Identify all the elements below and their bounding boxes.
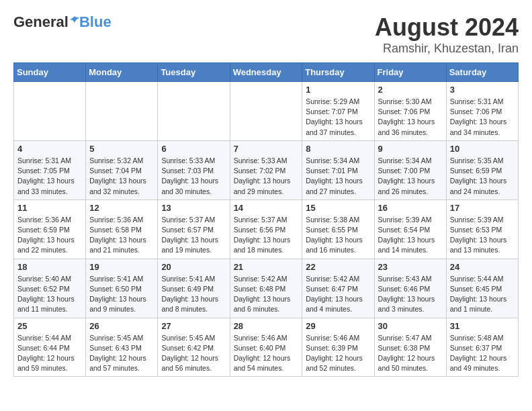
- day-number: 4: [17, 144, 82, 154]
- calendar-cell: 28Sunrise: 5:46 AM Sunset: 6:40 PM Dayli…: [230, 318, 302, 377]
- day-number: 19: [89, 262, 154, 272]
- day-info: Sunrise: 5:37 AM Sunset: 6:56 PM Dayligh…: [234, 215, 299, 256]
- day-number: 1: [306, 85, 370, 95]
- calendar-week-row: 11Sunrise: 5:36 AM Sunset: 6:59 PM Dayli…: [14, 199, 519, 259]
- day-info: Sunrise: 5:30 AM Sunset: 7:06 PM Dayligh…: [378, 97, 443, 138]
- day-info: Sunrise: 5:38 AM Sunset: 6:55 PM Dayligh…: [306, 215, 370, 256]
- day-info: Sunrise: 5:36 AM Sunset: 6:59 PM Dayligh…: [17, 215, 82, 256]
- day-number: 20: [161, 262, 226, 272]
- calendar-cell: 11Sunrise: 5:36 AM Sunset: 6:59 PM Dayli…: [14, 199, 86, 259]
- day-number: 29: [306, 321, 370, 331]
- month-title: August 2024: [375, 13, 519, 42]
- calendar-cell: 17Sunrise: 5:39 AM Sunset: 6:53 PM Dayli…: [446, 199, 518, 259]
- logo-blue-text: Blue: [79, 13, 112, 31]
- calendar-cell: 1Sunrise: 5:29 AM Sunset: 7:07 PM Daylig…: [302, 82, 374, 141]
- day-number: 30: [378, 321, 443, 331]
- calendar-cell: 27Sunrise: 5:45 AM Sunset: 6:42 PM Dayli…: [158, 318, 230, 377]
- calendar-cell: 5Sunrise: 5:32 AM Sunset: 7:04 PM Daylig…: [86, 140, 158, 199]
- day-info: Sunrise: 5:34 AM Sunset: 7:00 PM Dayligh…: [378, 156, 443, 197]
- day-number: 10: [450, 144, 515, 154]
- day-number: 2: [378, 85, 443, 95]
- day-info: Sunrise: 5:42 AM Sunset: 6:47 PM Dayligh…: [306, 274, 370, 315]
- day-number: 22: [306, 262, 370, 272]
- calendar-cell: 19Sunrise: 5:41 AM Sunset: 6:50 PM Dayli…: [86, 259, 158, 318]
- calendar-week-row: 18Sunrise: 5:40 AM Sunset: 6:52 PM Dayli…: [14, 259, 519, 318]
- day-info: Sunrise: 5:48 AM Sunset: 6:37 PM Dayligh…: [450, 333, 515, 374]
- day-info: Sunrise: 5:42 AM Sunset: 6:48 PM Dayligh…: [234, 274, 299, 315]
- calendar-cell: 18Sunrise: 5:40 AM Sunset: 6:52 PM Dayli…: [14, 259, 86, 318]
- calendar-cell: 25Sunrise: 5:44 AM Sunset: 6:44 PM Dayli…: [14, 318, 86, 377]
- calendar-cell: 6Sunrise: 5:33 AM Sunset: 7:03 PM Daylig…: [158, 140, 230, 199]
- day-number: 21: [234, 262, 299, 272]
- calendar-cell: 10Sunrise: 5:35 AM Sunset: 6:59 PM Dayli…: [446, 140, 518, 199]
- day-info: Sunrise: 5:41 AM Sunset: 6:49 PM Dayligh…: [161, 274, 226, 315]
- weekday-header-monday: Monday: [86, 63, 158, 82]
- day-number: 5: [89, 144, 154, 154]
- weekday-header-saturday: Saturday: [446, 63, 518, 82]
- calendar-cell: 2Sunrise: 5:30 AM Sunset: 7:06 PM Daylig…: [374, 82, 446, 141]
- day-info: Sunrise: 5:39 AM Sunset: 6:54 PM Dayligh…: [378, 215, 443, 256]
- calendar-cell: 16Sunrise: 5:39 AM Sunset: 6:54 PM Dayli…: [374, 199, 446, 259]
- weekday-header-sunday: Sunday: [14, 63, 86, 82]
- weekday-header-tuesday: Tuesday: [158, 63, 230, 82]
- calendar-cell: [230, 82, 302, 141]
- day-info: Sunrise: 5:34 AM Sunset: 7:01 PM Dayligh…: [306, 156, 370, 197]
- day-info: Sunrise: 5:46 AM Sunset: 6:40 PM Dayligh…: [234, 333, 299, 374]
- day-number: 9: [378, 144, 443, 154]
- day-info: Sunrise: 5:31 AM Sunset: 7:05 PM Dayligh…: [17, 156, 82, 197]
- logo: General Blue: [13, 13, 112, 31]
- day-info: Sunrise: 5:29 AM Sunset: 7:07 PM Dayligh…: [306, 97, 370, 138]
- logo-general-text: General: [13, 13, 69, 31]
- calendar-cell: 7Sunrise: 5:33 AM Sunset: 7:02 PM Daylig…: [230, 140, 302, 199]
- calendar-cell: 23Sunrise: 5:43 AM Sunset: 6:46 PM Dayli…: [374, 259, 446, 318]
- calendar-cell: 20Sunrise: 5:41 AM Sunset: 6:49 PM Dayli…: [158, 259, 230, 318]
- day-info: Sunrise: 5:32 AM Sunset: 7:04 PM Dayligh…: [89, 156, 154, 197]
- weekday-header-thursday: Thursday: [302, 63, 374, 82]
- day-number: 7: [234, 144, 299, 154]
- day-number: 23: [378, 262, 443, 272]
- day-number: 26: [89, 321, 154, 331]
- day-number: 28: [234, 321, 299, 331]
- day-number: 31: [450, 321, 515, 331]
- calendar-week-row: 4Sunrise: 5:31 AM Sunset: 7:05 PM Daylig…: [14, 140, 519, 199]
- calendar-cell: [86, 82, 158, 141]
- calendar-week-row: 1Sunrise: 5:29 AM Sunset: 7:07 PM Daylig…: [14, 82, 519, 141]
- day-info: Sunrise: 5:46 AM Sunset: 6:39 PM Dayligh…: [306, 333, 370, 374]
- calendar-cell: 26Sunrise: 5:45 AM Sunset: 6:43 PM Dayli…: [86, 318, 158, 377]
- day-number: 12: [89, 203, 154, 213]
- day-number: 11: [17, 203, 82, 213]
- calendar-cell: 29Sunrise: 5:46 AM Sunset: 6:39 PM Dayli…: [302, 318, 374, 377]
- calendar-cell: 30Sunrise: 5:47 AM Sunset: 6:38 PM Dayli…: [374, 318, 446, 377]
- calendar-cell: 14Sunrise: 5:37 AM Sunset: 6:56 PM Dayli…: [230, 199, 302, 259]
- day-number: 17: [450, 203, 515, 213]
- weekday-header-friday: Friday: [374, 63, 446, 82]
- weekday-header-wednesday: Wednesday: [230, 63, 302, 82]
- day-info: Sunrise: 5:31 AM Sunset: 7:06 PM Dayligh…: [450, 97, 515, 138]
- day-number: 6: [161, 144, 226, 154]
- day-number: 25: [17, 321, 82, 331]
- day-info: Sunrise: 5:47 AM Sunset: 6:38 PM Dayligh…: [378, 333, 443, 374]
- page-header: General Blue August 2024 Ramshir, Khuzes…: [13, 13, 519, 56]
- calendar-cell: 8Sunrise: 5:34 AM Sunset: 7:01 PM Daylig…: [302, 140, 374, 199]
- day-number: 8: [306, 144, 370, 154]
- location: Ramshir, Khuzestan, Iran: [375, 42, 519, 56]
- calendar-cell: [14, 82, 86, 141]
- day-info: Sunrise: 5:41 AM Sunset: 6:50 PM Dayligh…: [89, 274, 154, 315]
- day-info: Sunrise: 5:39 AM Sunset: 6:53 PM Dayligh…: [450, 215, 515, 256]
- day-number: 16: [378, 203, 443, 213]
- day-info: Sunrise: 5:36 AM Sunset: 6:58 PM Dayligh…: [89, 215, 154, 256]
- day-number: 14: [234, 203, 299, 213]
- calendar-table: SundayMondayTuesdayWednesdayThursdayFrid…: [13, 62, 519, 377]
- logo-bird-icon: [70, 15, 79, 24]
- day-number: 13: [161, 203, 226, 213]
- day-info: Sunrise: 5:45 AM Sunset: 6:43 PM Dayligh…: [89, 333, 154, 374]
- day-info: Sunrise: 5:44 AM Sunset: 6:44 PM Dayligh…: [17, 333, 82, 374]
- calendar-cell: 4Sunrise: 5:31 AM Sunset: 7:05 PM Daylig…: [14, 140, 86, 199]
- day-info: Sunrise: 5:35 AM Sunset: 6:59 PM Dayligh…: [450, 156, 515, 197]
- day-number: 27: [161, 321, 226, 331]
- calendar-cell: 21Sunrise: 5:42 AM Sunset: 6:48 PM Dayli…: [230, 259, 302, 318]
- calendar-cell: 13Sunrise: 5:37 AM Sunset: 6:57 PM Dayli…: [158, 199, 230, 259]
- day-number: 15: [306, 203, 370, 213]
- day-number: 24: [450, 262, 515, 272]
- day-info: Sunrise: 5:40 AM Sunset: 6:52 PM Dayligh…: [17, 274, 82, 315]
